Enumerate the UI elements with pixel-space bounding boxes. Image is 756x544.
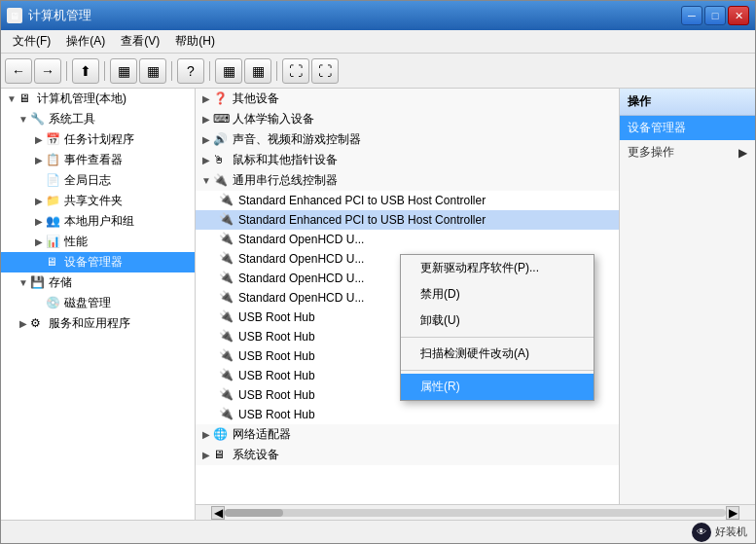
menu-view[interactable]: 查看(V) (113, 31, 167, 52)
category-human-input[interactable]: ▶ ⌨ 人体学输入设备 (196, 109, 619, 129)
tree-item-sys-tools[interactable]: ▼ 🔧 系统工具 (1, 109, 195, 129)
tree-item-storage[interactable]: ▼ 💾 存储 (1, 272, 195, 293)
view-btn2[interactable]: ▦ (244, 58, 271, 84)
category-network[interactable]: ▶ 🌐 网络适配器 (196, 424, 619, 445)
mouse-icon: 🖱 (213, 153, 229, 168)
mouse-label: 鼠标和其他指针设备 (233, 152, 338, 168)
usb-expand[interactable]: ▼ (199, 174, 213, 188)
hub5-label: USB Root Hub (238, 388, 315, 402)
device-ehci1[interactable]: 🔌 Standard Enhanced PCI to USB Host Cont… (196, 191, 619, 210)
ctx-uninstall[interactable]: 卸载(U) (401, 308, 594, 334)
tree-item-global-log[interactable]: 📄 全局日志 (1, 170, 195, 191)
context-menu: 更新驱动程序软件(P)... 禁用(D) 卸载(U) 扫描检测硬件改动(A) 属… (400, 254, 594, 401)
sys-devices-expand[interactable]: ▶ (199, 449, 213, 462)
local-users-icon: 👥 (46, 214, 61, 230)
tree-item-shared-folder[interactable]: ▶ 📁 共享文件夹 (1, 191, 195, 211)
tree-item-device-mgr[interactable]: 🖥 设备管理器 (1, 252, 195, 272)
scheduler-expand[interactable]: ▶ (32, 133, 46, 147)
sys-tools-expand[interactable]: ▼ (17, 113, 30, 127)
storage-expand[interactable]: ▼ (17, 276, 30, 290)
ehci1-icon: 🔌 (219, 193, 234, 208)
category-sound-video[interactable]: ▶ 🔊 声音、视频和游戏控制器 (196, 129, 619, 150)
event-viewer-expand[interactable]: ▶ (32, 154, 46, 167)
sys-devices-icon: 🖥 (213, 448, 229, 463)
event-viewer-icon: 📋 (46, 153, 61, 168)
h-scroll-track (225, 509, 726, 517)
network-expand[interactable]: ▶ (199, 428, 213, 442)
mouse-expand[interactable]: ▶ (199, 154, 213, 167)
tree-item-local-users[interactable]: ▶ 👥 本地用户和组 (1, 211, 195, 232)
menu-help[interactable]: 帮助(H) (167, 31, 223, 52)
device-ohci1[interactable]: 🔌 Standard OpenHCD U... (196, 230, 619, 249)
ctx-update-driver[interactable]: 更新驱动程序软件(P)... (401, 255, 594, 281)
category-other-devices[interactable]: ▶ ❓ 其他设备 (196, 89, 619, 109)
hub1-label: USB Root Hub (238, 310, 315, 324)
category-usb[interactable]: ▼ 🔌 通用串行总线控制器 (196, 170, 619, 191)
tree-item-services[interactable]: ▶ ⚙ 服务和应用程序 (1, 313, 195, 334)
device-mgr-label: 设备管理器 (64, 254, 123, 271)
device-ehci2[interactable]: 🔌 Standard Enhanced PCI to USB Host Cont… (196, 210, 619, 230)
tree-root[interactable]: ▼ 🖥 计算机管理(本地) (1, 89, 195, 109)
tree-item-event-viewer[interactable]: ▶ 📋 事件查看器 (1, 150, 195, 170)
ops-more[interactable]: 更多操作 ▶ (620, 140, 755, 164)
disk-mgr-label: 磁盘管理 (64, 295, 111, 311)
shared-folder-expand[interactable]: ▶ (32, 195, 46, 208)
ehci2-label: Standard Enhanced PCI to USB Host Contro… (238, 213, 486, 227)
h-scrollbar[interactable]: ◀ ▶ (196, 504, 755, 520)
local-users-expand[interactable]: ▶ (32, 215, 46, 229)
right-panel: ▶ ❓ 其他设备 ▶ ⌨ 人体学输入设备 ▶ 🔊 声音、视频和游戏控制器 (196, 89, 755, 504)
other-devices-icon: ❓ (213, 91, 229, 107)
main-window: 🖥 计算机管理 ─ □ ✕ 文件(F) 操作(A) 查看(V) 帮助(H) ← … (0, 0, 756, 544)
root-expand-icon[interactable]: ▼ (5, 92, 18, 106)
properties-button[interactable]: ⛶ (311, 58, 339, 84)
help-button[interactable]: ? (177, 58, 204, 84)
performance-expand[interactable]: ▶ (32, 236, 46, 249)
ehci2-icon: 🔌 (219, 212, 234, 228)
other-devices-expand[interactable]: ▶ (199, 92, 213, 106)
maximize-button[interactable]: □ (704, 6, 726, 25)
export-button[interactable]: ⛶ (282, 58, 309, 84)
services-icon: ⚙ (30, 316, 46, 332)
view-btn1[interactable]: ▦ (215, 58, 242, 84)
ctx-properties[interactable]: 属性(R) (401, 374, 594, 400)
ops-device-mgr[interactable]: 设备管理器 (620, 116, 755, 140)
hide-button[interactable]: ▦ (139, 58, 166, 84)
services-expand[interactable]: ▶ (17, 317, 30, 331)
forward-button[interactable]: → (34, 58, 61, 84)
minimize-button[interactable]: ─ (681, 6, 702, 25)
category-mouse[interactable]: ▶ 🖱 鼠标和其他指针设备 (196, 150, 619, 170)
tree-item-disk-mgr[interactable]: 💿 磁盘管理 (1, 293, 195, 313)
status-bar: 👁 好装机 (1, 520, 755, 543)
ohci3-icon: 🔌 (219, 271, 234, 286)
category-sys-devices[interactable]: ▶ 🖥 系统设备 (196, 445, 619, 465)
event-viewer-label: 事件查看器 (64, 152, 123, 168)
ctx-sep2 (401, 370, 594, 371)
tree-item-performance[interactable]: ▶ 📊 性能 (1, 232, 195, 252)
show-button[interactable]: ▦ (110, 58, 137, 84)
toolbar-sep2 (104, 61, 105, 81)
device-hub6[interactable]: 🔌 USB Root Hub (196, 405, 619, 424)
other-devices-label: 其他设备 (233, 91, 279, 107)
h-scroll-right[interactable]: ▶ (726, 506, 739, 520)
menu-file[interactable]: 文件(F) (5, 31, 58, 52)
device-mgr-icon: 🖥 (46, 255, 61, 271)
human-input-expand[interactable]: ▶ (199, 113, 213, 127)
logo-text: 好装机 (715, 525, 747, 539)
toolbar-sep4 (209, 61, 210, 81)
sys-devices-label: 系统设备 (233, 447, 279, 463)
back-button[interactable]: ← (5, 58, 32, 84)
h-scroll-left[interactable]: ◀ (211, 506, 225, 520)
ctx-sep1 (401, 337, 594, 338)
h-scroll-thumb[interactable] (225, 509, 283, 517)
ctx-scan[interactable]: 扫描检测硬件改动(A) (401, 341, 594, 367)
tree-item-scheduler[interactable]: ▶ 📅 任务计划程序 (1, 129, 195, 150)
up-button[interactable]: ⬆ (72, 58, 99, 84)
app-icon: 🖥 (7, 8, 22, 23)
ctx-disable[interactable]: 禁用(D) (401, 281, 594, 308)
ctx-scan-label: 扫描检测硬件改动(A) (420, 345, 529, 362)
sound-video-expand[interactable]: ▶ (199, 133, 213, 147)
menu-action[interactable]: 操作(A) (58, 31, 113, 52)
usb-label: 通用串行总线控制器 (233, 172, 338, 189)
title-bar-left: 🖥 计算机管理 (7, 7, 91, 24)
close-button[interactable]: ✕ (728, 6, 749, 25)
